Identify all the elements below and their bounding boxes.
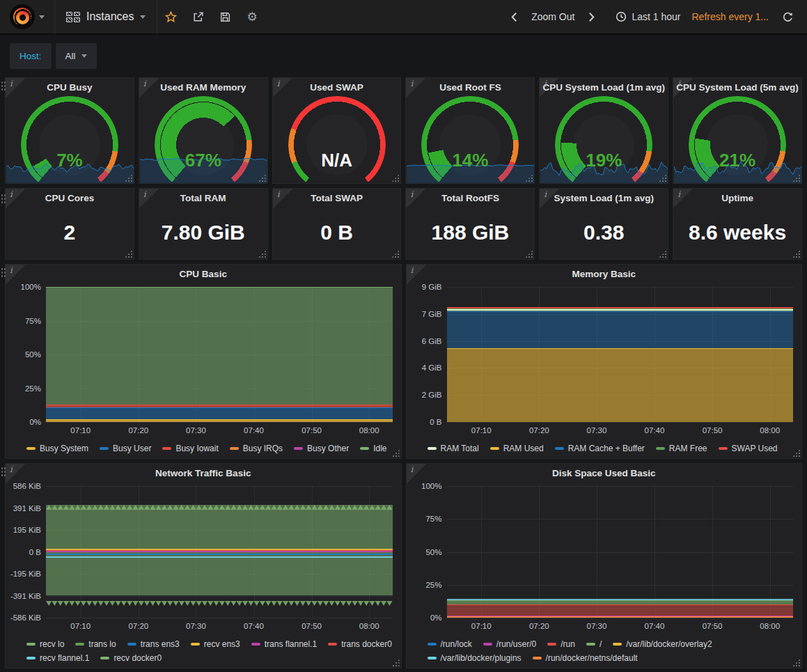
legend-item[interactable]: recv ens3 [191,639,240,649]
legend-series-label: Busy User [113,444,151,453]
chart-plot-area: 0%25%50%75%100%07:1007:2007:3007:4007:50… [46,287,393,422]
panel-resize-handle[interactable] [659,250,666,258]
legend-item[interactable]: recv docker0 [100,653,162,663]
y-tick-label: 0 B [430,418,441,426]
legend-item[interactable]: Busy IRQs [230,444,283,453]
panel-info-icon[interactable]: i [273,78,292,97]
legend-series-swatch [360,447,369,450]
x-tick-label: 07:50 [301,622,322,630]
save-dashboard-button[interactable] [212,0,239,33]
legend-item[interactable]: Busy Iowait [162,444,218,453]
panel-info-icon[interactable]: i [6,189,25,208]
panel-info-icon[interactable]: i [406,189,425,208]
legend-item[interactable]: /run/lock [428,639,472,649]
legend-series-label: recv lo [40,639,64,649]
dashboard-submenu: Host: All [0,35,807,77]
gridline [447,552,794,553]
legend-item[interactable]: Idle [360,444,386,453]
legend-item[interactable]: /var/lib/docker/overlay2 [613,639,712,649]
series-area-edge [46,596,393,601]
legend-item[interactable]: trans flannel.1 [251,639,317,649]
row-drag-handle[interactable] [1,267,6,279]
row-drag-handle[interactable] [1,467,6,478]
y-tick-label: 50% [425,548,441,556]
legend-item[interactable]: /run/docker/netns/default [533,653,638,663]
legend-series-label: trans lo [88,639,116,649]
y-tick-label: 2 GiB [422,391,442,399]
chart-legend: recv lotrans lotrans ens3recv ens3trans … [26,637,395,665]
panel-resize-handle[interactable] [391,250,399,258]
legend-item[interactable]: trans docker0 [328,639,392,649]
time-shift-forward-button[interactable] [580,0,603,33]
legend-item[interactable]: /run/user/0 [483,639,536,649]
panel-resize-handle[interactable] [258,250,266,258]
panel-info-icon[interactable]: i [673,189,693,208]
legend-item[interactable]: RAM Cache + Buffer [555,444,645,453]
panel-info-icon[interactable]: i [6,78,25,97]
panel-info-icon[interactable]: i [673,78,693,97]
host-variable-dropdown[interactable]: All [56,43,97,69]
legend-item[interactable]: SWAP Used [719,444,778,453]
x-tick-label: 07:30 [186,622,206,630]
gauge-panel: iCPU Busy7% [5,77,134,184]
panel-resize-handle[interactable] [792,250,800,258]
panel-title[interactable]: Network Traffic Basic [6,468,401,478]
x-tick-label: 08:00 [359,426,379,435]
row-drag-handle[interactable] [1,194,6,205]
host-variable-label[interactable]: Host: [10,43,52,69]
dashboard-picker[interactable]: Instances [55,10,157,23]
legend-item[interactable]: RAM Total [428,444,479,453]
panel-info-icon[interactable]: i [273,189,292,208]
legend-series-label: RAM Free [669,444,707,453]
panel-resize-handle[interactable] [125,250,132,258]
row-drag-handle[interactable] [1,81,6,92]
chart-legend-row: /run/lock/run/user/0/run//var/lib/docker… [428,637,797,651]
panel-info-icon[interactable]: i [139,78,159,97]
legend-item[interactable]: trans ens3 [127,639,180,649]
legend-item[interactable]: trans lo [75,639,116,649]
panel-title[interactable]: CPU Basic [6,269,401,279]
panel-resize-handle[interactable] [391,174,399,182]
legend-item[interactable]: recv flannel.1 [26,653,89,663]
refresh-interval-picker[interactable]: Refresh every 1... [687,11,775,22]
panel-info-icon[interactable]: i [407,265,426,284]
panel-info-icon[interactable]: i [6,464,25,483]
series-line [46,556,393,558]
share-dashboard-button[interactable] [185,0,212,33]
y-tick-label: 4 GiB [422,364,442,372]
zoom-out-button[interactable]: Zoom Out [526,11,580,22]
time-range-picker[interactable]: Last 1 hour [610,11,686,22]
refresh-button[interactable] [774,0,801,33]
x-tick-label: 07:20 [529,426,549,435]
panel-info-icon[interactable]: i [540,78,559,97]
panel-resize-handle[interactable] [525,250,533,258]
host-value: All [65,51,76,61]
legend-item[interactable]: / [586,639,602,649]
series-area [46,405,393,407]
panel-title[interactable]: Memory Basic [407,269,802,279]
legend-item[interactable]: Busy System [26,444,88,453]
panel-info-icon[interactable]: i [540,189,559,208]
dashboard-settings-button[interactable]: ⚙ [239,0,265,33]
star-dashboard-button[interactable] [157,0,185,33]
legend-item[interactable]: RAM Used [490,444,544,453]
legend-item[interactable]: RAM Free [656,444,707,453]
grafana-menu-button[interactable] [0,4,54,29]
gauge-panel: iUsed SWAPN/A [272,77,402,184]
panel-title[interactable]: Disk Space Used Basic [407,468,802,478]
legend-item[interactable]: /var/lib/docker/plugins [428,653,522,663]
time-shift-back-button[interactable] [503,0,526,33]
star-icon [165,11,177,23]
panel-info-icon[interactable]: i [406,78,425,97]
legend-item[interactable]: Busy User [100,444,151,453]
legend-item[interactable]: Busy Other [294,444,349,453]
legend-series-label: trans docker0 [341,639,392,649]
panel-info-icon[interactable]: i [139,189,159,208]
legend-item[interactable]: recv lo [26,639,64,649]
x-tick-label: 07:10 [70,622,91,630]
panel-info-icon[interactable]: i [407,464,426,483]
panel-info-icon[interactable]: i [6,265,25,284]
gauge-panel: iUsed RAM Memory67% [139,77,268,184]
legend-item[interactable]: /run [547,639,575,649]
legend-series-swatch [162,447,171,450]
